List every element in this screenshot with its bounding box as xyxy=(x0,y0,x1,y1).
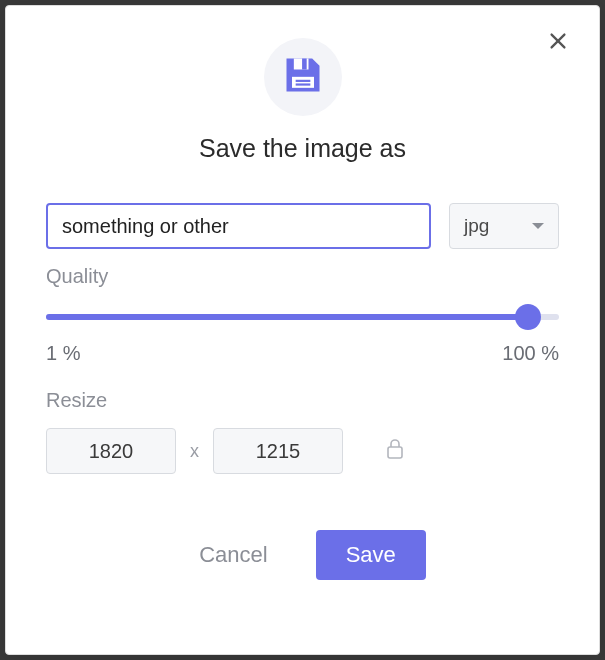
svg-rect-2 xyxy=(292,77,314,88)
quality-slider[interactable] xyxy=(46,304,559,330)
dialog-header: Save the image as xyxy=(46,38,559,203)
resize-height-input[interactable] xyxy=(213,428,343,474)
quality-min-label: 1 % xyxy=(46,342,80,365)
close-icon xyxy=(547,30,569,56)
cancel-button[interactable]: Cancel xyxy=(179,530,287,580)
dialog-footer: Cancel Save xyxy=(46,530,559,580)
quality-label: Quality xyxy=(46,265,559,288)
resize-label: Resize xyxy=(46,389,559,412)
quality-max-label: 100 % xyxy=(502,342,559,365)
save-image-dialog: Save the image as jpg Quality 1 % 100 % … xyxy=(5,5,600,655)
aspect-lock-toggle[interactable] xyxy=(385,437,405,465)
slider-fill xyxy=(46,314,528,320)
quality-range-labels: 1 % 100 % xyxy=(46,342,559,365)
dialog-title: Save the image as xyxy=(199,134,406,163)
format-select[interactable]: jpg xyxy=(449,203,559,249)
save-button[interactable]: Save xyxy=(316,530,426,580)
format-selected-label: jpg xyxy=(464,215,489,237)
svg-rect-7 xyxy=(388,447,402,458)
filename-row: jpg xyxy=(46,203,559,249)
floppy-disk-icon xyxy=(281,53,325,101)
close-button[interactable] xyxy=(543,28,573,58)
slider-thumb[interactable] xyxy=(515,304,541,330)
resize-separator: x xyxy=(190,441,199,462)
save-icon-container xyxy=(264,38,342,116)
lock-icon xyxy=(385,437,405,465)
chevron-down-icon xyxy=(532,223,544,229)
filename-input[interactable] xyxy=(46,203,431,249)
resize-width-input[interactable] xyxy=(46,428,176,474)
svg-rect-6 xyxy=(302,59,307,70)
resize-row: x xyxy=(46,428,559,474)
